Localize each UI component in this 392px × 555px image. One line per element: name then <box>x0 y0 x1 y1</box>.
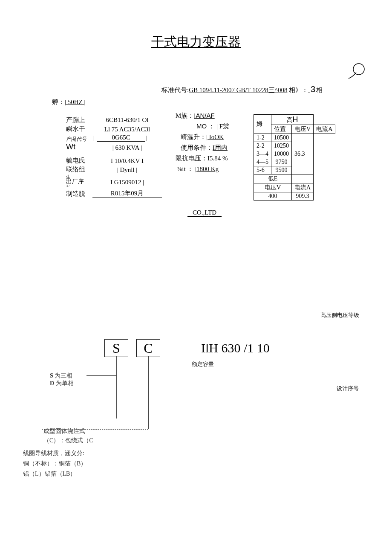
wire-legend: 线圈导线材质，涵义分: 铜（不标）；铜箔（B） 铝（L）铝箔（LB） <box>23 448 86 479</box>
table-header: 电流A <box>292 183 314 192</box>
left-spec-block: 产蹦上6CB11-630/1 Ol 瞬水干Ll 75 AC35/AC3l 产品代… <box>66 116 162 199</box>
spec-row: M族：IAN/AF <box>176 112 250 120</box>
phase-label: 相》： <box>289 87 308 93</box>
table-cell: 36.3 <box>292 134 314 174</box>
spec-label: 生出厂序3 / . <box>66 174 92 189</box>
page-title: 干式电力变压器 <box>0 33 392 51</box>
spec-row: 靖温升：| IoOK <box>176 133 250 141</box>
spec-value: I 10/0.4KV I <box>92 157 162 165</box>
table-cell: 9750 <box>271 158 292 166</box>
standard-code: GB 1094.11-2007 GB/T 10228三^008 <box>189 87 287 93</box>
manufacturer: CO.,LTD <box>187 209 222 217</box>
mold-legend: 成型固体浇注式 （C）：包绕式（C <box>43 427 93 445</box>
spec-row: ⅛it ： |1800 Kg <box>176 165 250 173</box>
table-cell: 10000 <box>271 150 292 158</box>
table-header: 高H <box>271 115 314 125</box>
connector-line <box>148 356 149 429</box>
spec-row: 限抗电压：I5.84 % <box>176 154 250 163</box>
spec-label: 制造脱 <box>66 190 92 198</box>
table-cell: 9500 <box>271 166 292 174</box>
table-cell <box>292 174 314 183</box>
spec-value: | Dynll | <box>92 166 162 174</box>
standard-label: 标准代号: <box>161 87 189 93</box>
table-header: 低E <box>254 174 292 183</box>
spec-value: Ll 75 AC35/AC3l <box>92 126 162 133</box>
frequency-line: 孵：| 50HZ | <box>52 98 86 106</box>
spec-value: | 630 KVA | <box>92 144 162 151</box>
table-cell: 2-2 <box>254 142 271 150</box>
table-cell: 10500 <box>271 134 292 142</box>
spec-label-wt: Wt <box>66 142 92 151</box>
mid-spec-block: M族：IAN/AF MO ： | F裳 靖温升：| IoOK 使用条件：I用内 … <box>176 112 250 176</box>
table-header: 姆 <box>254 115 271 134</box>
spec-prefix: | <box>92 134 97 142</box>
model-code: IlH 630 /1 10 <box>201 341 270 355</box>
svg-point-0 <box>353 64 364 75</box>
tap-table: 姆高H 位置电压V电流A 1-21050036.3 2-210250 3—410… <box>254 114 335 200</box>
phase-number: 3 <box>311 84 315 94</box>
table-header: 电压V <box>254 183 292 192</box>
connector-line <box>86 375 116 376</box>
spec-label: 毓电氏 <box>66 157 92 165</box>
box-s: S <box>104 339 128 357</box>
phase-legend: S S 为三相为三相 D 为单相 <box>50 372 74 387</box>
rated-capacity-label: 额定容量 <box>192 360 214 368</box>
freq-value: | 50HZ | <box>65 99 86 105</box>
hv-class-label: 高压侧电压等级 <box>320 311 359 319</box>
spec-label: 产蹦上 <box>66 116 92 124</box>
spec-value: 0G65C <box>97 134 145 142</box>
phase-suffix: 相 <box>316 87 323 93</box>
standard-line: 标准代号:GB 1094.11-2007 GB/T 10228三^008 相》：… <box>161 84 323 94</box>
table-header: 位置 <box>271 125 292 134</box>
spec-row: 使用条件：I用内 <box>176 144 250 152</box>
table-cell: 10250 <box>271 142 292 150</box>
freq-label: 孵： <box>52 99 65 105</box>
table-cell: 5-6 <box>254 166 271 174</box>
spec-value: I G1509012 | <box>92 174 162 186</box>
table-cell: 4—5 <box>254 158 271 166</box>
table-cell: 1-2 <box>254 134 271 142</box>
table-cell: 909.3 <box>292 192 314 200</box>
spec-value: 6CB11-630/1 Ol <box>92 116 162 124</box>
table-header: 电流A <box>314 125 335 134</box>
spec-label: 联络组 <box>66 166 92 174</box>
table-cell: 400 <box>254 192 292 200</box>
box-c: C <box>136 339 160 357</box>
spec-row: MO ： | F裳 <box>176 122 250 131</box>
approval-mark <box>347 62 366 79</box>
spec-value: R015年09月 <box>92 189 162 198</box>
table-cell: 3—4 <box>254 150 271 158</box>
spec-label: 产品代号 <box>66 137 92 142</box>
spec-label: 瞬水干 <box>66 125 92 133</box>
table-header: 电压V <box>292 125 314 134</box>
connector-line <box>116 356 117 418</box>
design-number-label: 设计序号 <box>337 385 359 392</box>
phase-blank <box>308 87 310 93</box>
